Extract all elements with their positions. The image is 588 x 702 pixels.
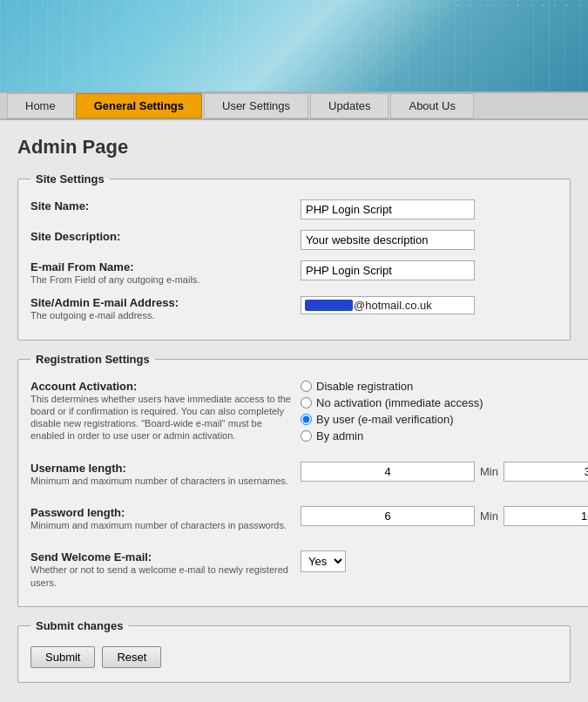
account-activation-row: Account Activation: This determines whet… <box>30 375 588 448</box>
radio-disable-input[interactable] <box>301 381 312 392</box>
nav-tab-user-settings[interactable]: User Settings <box>204 93 308 118</box>
radio-none-input[interactable] <box>301 397 312 408</box>
account-activation-label: Account Activation: This determines whet… <box>30 380 301 442</box>
reset-button[interactable]: Reset <box>102 646 161 668</box>
nav-tab-updates[interactable]: Updates <box>310 93 389 118</box>
radio-by-admin[interactable]: By admin <box>301 429 483 442</box>
email-from-name-input[interactable] <box>301 260 475 280</box>
email-suffix: @hotmail.co.uk <box>354 299 432 312</box>
main-content: Admin Page Site Settings Site Name: Site… <box>0 120 588 702</box>
site-description-label: Site Description: <box>30 230 301 243</box>
username-min-input[interactable] <box>301 462 475 482</box>
radio-disable-registration[interactable]: Disable registration <box>301 380 483 393</box>
nav-tab-home[interactable]: Home <box>7 93 74 118</box>
site-name-input[interactable] <box>301 199 475 219</box>
submit-button[interactable]: Submit <box>30 646 95 668</box>
site-description-row: Site Description: <box>30 225 558 255</box>
submit-legend: Submit changes <box>30 619 128 632</box>
email-blur-block <box>305 300 353 311</box>
account-activation-control: Disable registration No activation (imme… <box>301 380 588 442</box>
radio-no-activation[interactable]: No activation (immediate access) <box>301 396 483 409</box>
username-length-control: Min Max <box>301 462 588 482</box>
password-length-row: Password length: Minimum and maximum num… <box>30 501 588 537</box>
password-min-input[interactable] <box>301 506 475 526</box>
registration-settings-fieldset: Registration Settings Account Activation… <box>17 353 588 607</box>
password-min-label: Min <box>480 510 498 523</box>
username-length-label: Username length: Minimum and maximum num… <box>30 462 301 487</box>
header-banner <box>0 0 588 91</box>
site-settings-fieldset: Site Settings Site Name: Site Descriptio… <box>17 172 571 341</box>
site-settings-legend: Site Settings <box>30 172 110 186</box>
radio-admin-input[interactable] <box>301 430 312 442</box>
nav-tab-general-settings[interactable]: General Settings <box>76 93 202 118</box>
site-name-row: Site Name: <box>30 194 558 225</box>
welcome-email-row: Send Welcome E-mail: Whether or not to s… <box>30 545 588 594</box>
radio-by-user[interactable]: By user (e-mail verification) <box>301 413 483 426</box>
admin-email-row: Site/Admin E-mail Address: The outgoing … <box>30 291 558 327</box>
nav-tab-about-us[interactable]: About Us <box>390 93 473 118</box>
welcome-email-label: Send Welcome E-mail: Whether or not to s… <box>30 550 301 589</box>
radio-user-input[interactable] <box>301 414 312 425</box>
username-max-input[interactable] <box>504 462 588 482</box>
username-length-inputs: Min Max <box>301 462 588 482</box>
nav-bar: Home General Settings User Settings Upda… <box>0 91 588 120</box>
submit-section: Submit Reset <box>30 641 558 670</box>
password-length-inputs: Min Max <box>301 506 588 526</box>
welcome-email-select[interactable]: Yes No <box>301 550 346 572</box>
admin-email-label: Site/Admin E-mail Address: The outgoing … <box>30 296 301 321</box>
password-max-input[interactable] <box>504 506 588 526</box>
email-from-name-control <box>301 260 558 280</box>
welcome-email-control: Yes No <box>301 550 588 572</box>
site-name-label: Site Name: <box>30 199 301 213</box>
registration-settings-legend: Registration Settings <box>30 353 155 366</box>
site-name-control <box>301 199 558 219</box>
header-dots <box>0 2 588 10</box>
password-length-label: Password length: Minimum and maximum num… <box>30 506 301 531</box>
account-activation-radio-group: Disable registration No activation (imme… <box>301 380 483 442</box>
site-description-control <box>301 230 558 250</box>
site-description-input[interactable] <box>301 230 475 250</box>
admin-email-control: @hotmail.co.uk <box>301 296 558 314</box>
email-from-name-row: E-mail From Name: The From Field of any … <box>30 255 558 291</box>
email-from-name-label: E-mail From Name: The From Field of any … <box>30 260 301 286</box>
username-min-label: Min <box>480 465 498 478</box>
page-title: Admin Page <box>17 136 571 159</box>
password-length-control: Min Max <box>301 506 588 526</box>
submit-fieldset: Submit changes Submit Reset <box>17 619 571 683</box>
username-length-row: Username length: Minimum and maximum num… <box>30 456 588 492</box>
